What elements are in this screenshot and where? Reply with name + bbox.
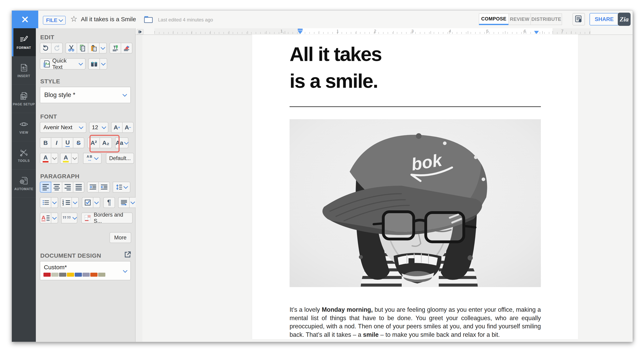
heading-line-2: is a smile.	[290, 68, 382, 94]
paste-button[interactable]	[88, 43, 100, 54]
default-font-button[interactable]: Default...	[106, 153, 134, 164]
design-color-swatch	[44, 273, 51, 277]
increase-font-size-button[interactable]: A+	[111, 122, 122, 133]
notifications-button[interactable]	[572, 13, 585, 26]
file-menu-button[interactable]: FILE	[43, 16, 66, 25]
borders-shading-label: Borders and S...	[94, 212, 132, 224]
justify-button[interactable]	[73, 182, 84, 193]
cut-button[interactable]	[66, 43, 77, 54]
collapse-panel-button[interactable]	[137, 29, 144, 35]
superscript-button[interactable]: A²	[88, 137, 100, 148]
highlight-color-button[interactable]: A	[60, 153, 72, 164]
left-indent-marker[interactable]	[298, 31, 302, 34]
decrease-indent-button[interactable]	[98, 182, 110, 193]
checklist-button[interactable]	[82, 197, 93, 208]
redo-button[interactable]	[51, 43, 63, 54]
decrease-font-size-button[interactable]: A−	[122, 122, 134, 133]
font-size-dropdown[interactable]: 12	[89, 122, 108, 133]
close-button[interactable]	[12, 11, 38, 28]
text-direction-button[interactable]	[118, 197, 130, 208]
format-panel: EDIT	[36, 28, 136, 342]
align-center-button[interactable]	[51, 182, 62, 193]
ruler-left-margin[interactable]: 1	[154, 28, 300, 35]
numbered-list-dropdown[interactable]	[72, 197, 79, 208]
change-case-dropdown[interactable]: Aa	[115, 137, 128, 148]
body-paragraph[interactable]: It’s a lovely Monday morning, but you ar…	[290, 305, 541, 339]
sidebar-item-format[interactable]: FORMAT	[12, 28, 36, 57]
first-line-indent-marker[interactable]	[298, 29, 302, 31]
clear-format-button[interactable]	[121, 43, 132, 54]
chevron-down-icon	[73, 200, 78, 204]
sidebar-item-view[interactable]: VIEW	[12, 113, 36, 141]
chevron-down-icon	[101, 61, 106, 66]
font-color-dropdown[interactable]	[51, 153, 58, 164]
tab-compose[interactable]: COMPOSE	[479, 14, 509, 25]
quote-dropdown[interactable]: ””	[61, 213, 77, 223]
find-replace-button[interactable]	[88, 58, 100, 70]
undo-button[interactable]	[40, 43, 52, 54]
more-button[interactable]: More	[110, 232, 131, 243]
view-icon	[19, 120, 28, 129]
paste-options-dropdown[interactable]	[99, 43, 107, 54]
drop-cap-icon: A	[42, 215, 46, 221]
underline-icon: U	[66, 139, 70, 147]
ruler-page-area[interactable]: 1 2 3 4 5 6	[300, 28, 552, 35]
increase-indent-button[interactable]	[87, 182, 99, 193]
file-menu-label: FILE	[46, 17, 57, 24]
default-font-label: Default...	[109, 155, 131, 161]
highlight-color-dropdown[interactable]	[71, 153, 78, 164]
character-spacing-icon: AB ↔	[87, 155, 93, 162]
align-left-button[interactable]	[40, 182, 51, 193]
drop-cap-dropdown[interactable]	[51, 213, 58, 223]
character-spacing-dropdown[interactable]: AB ↔	[83, 153, 102, 164]
underline-button[interactable]: U	[62, 137, 73, 148]
show-formatting-marks-button[interactable]: ¶	[103, 197, 115, 208]
checkbox-icon	[85, 200, 91, 206]
document-title[interactable]: All it takes is a Smile	[81, 16, 136, 23]
format-painter-button[interactable]	[110, 43, 121, 54]
tab-distribute[interactable]: DISTRIBUTE	[530, 14, 562, 25]
highlight-color-icon: A	[63, 154, 69, 162]
document-photo[interactable]: bok	[290, 119, 541, 287]
more-button-label: More	[114, 235, 126, 241]
find-options-dropdown[interactable]	[100, 58, 107, 70]
right-indent-marker[interactable]	[534, 31, 539, 34]
drop-cap-button[interactable]: A	[40, 213, 51, 223]
subscript-button[interactable]: A₂	[100, 137, 112, 148]
change-case-icon: Aa	[116, 139, 123, 146]
document-page[interactable]: All it takes is a smile.	[252, 35, 578, 339]
tab-review[interactable]: REVIEW	[508, 14, 531, 25]
strikethrough-button[interactable]: S	[73, 137, 84, 148]
sidebar-item-tools[interactable]: TOOLS	[12, 141, 36, 169]
copy-button[interactable]	[77, 43, 88, 54]
text-direction-dropdown[interactable]	[129, 197, 136, 208]
borders-shading-button[interactable]: Borders and S...	[81, 213, 132, 223]
style-dropdown[interactable]: Blog style *	[40, 87, 131, 103]
quick-text-dropdown[interactable]: Aa Quick Text	[40, 58, 86, 70]
chevron-down-icon	[94, 200, 99, 204]
bold-button[interactable]: B	[40, 137, 51, 148]
sidebar-item-insert[interactable]: INSERT	[12, 57, 36, 85]
ruler-right-margin[interactable]: 7	[552, 28, 590, 35]
document-design-expand-button[interactable]	[124, 251, 131, 258]
zia-assistant-button[interactable]: Zia	[618, 13, 630, 26]
line-spacing-dropdown[interactable]	[113, 182, 130, 193]
bullet-list-button[interactable]	[40, 197, 51, 208]
ruler-number: 1	[336, 29, 339, 34]
favorite-star-icon[interactable]: ☆	[70, 14, 78, 24]
collapse-icon	[138, 31, 139, 33]
font-color-button[interactable]: A	[40, 153, 51, 164]
bullet-list-dropdown[interactable]	[51, 197, 58, 208]
sidebar-item-page-setup[interactable]: PAGE SETUP	[12, 85, 36, 113]
checklist-dropdown[interactable]	[93, 197, 100, 208]
italic-button[interactable]: I	[51, 137, 62, 148]
numbered-list-button[interactable]: 123	[60, 197, 72, 208]
document-heading[interactable]: All it takes is a smile.	[290, 41, 382, 94]
left-nav-rail: FORMAT INSERT PAGE SETUP VIEW TOOLS AUTO…	[12, 28, 36, 342]
share-button[interactable]: SHARE	[590, 13, 619, 26]
align-right-button[interactable]	[62, 182, 73, 193]
folder-icon[interactable]	[144, 16, 153, 23]
font-family-dropdown[interactable]: Avenir Next	[40, 122, 86, 133]
document-design-dropdown[interactable]: Custom*	[40, 261, 131, 280]
sidebar-item-automate[interactable]: AUTOMATE	[12, 169, 36, 198]
